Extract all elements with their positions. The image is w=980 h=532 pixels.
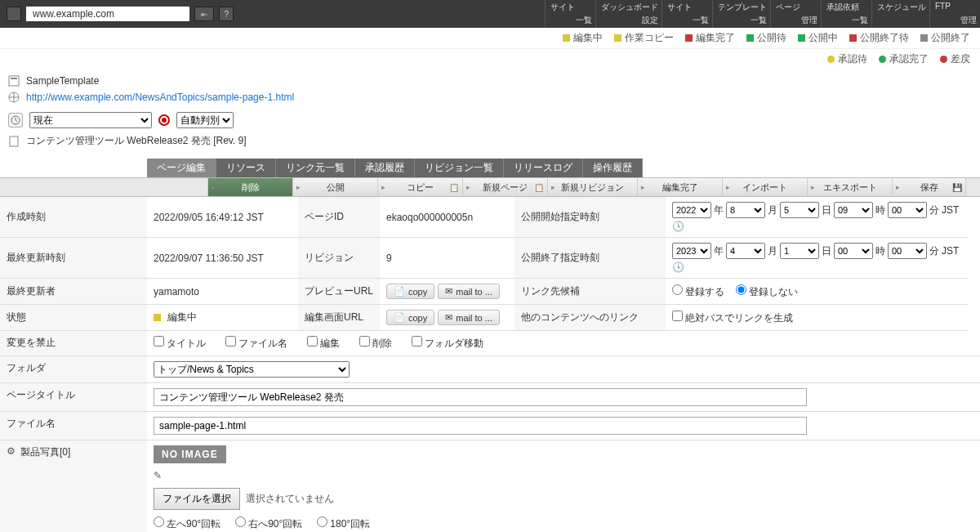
edit-complete-button[interactable]: ▸編集完了: [638, 178, 723, 196]
preview-mailto-button[interactable]: ✉mail to ...: [438, 284, 500, 299]
nav-approval[interactable]: 承認依頼一覧: [821, 0, 871, 28]
pubstart-min[interactable]: 00: [888, 202, 927, 218]
topbar-nav: サイト一覧 ダッシュボード設定 サイト一覧 テンプレート一覧 ページ管理 承認依…: [545, 0, 980, 28]
filename-input[interactable]: [154, 417, 807, 435]
pubend-hour[interactable]: 00: [834, 243, 873, 259]
nav-site-list[interactable]: サイト一覧: [545, 0, 595, 28]
lock-foldermove[interactable]: フォルダ移動: [412, 336, 483, 351]
nav-schedule[interactable]: スケジュール: [871, 0, 929, 28]
tab-resource[interactable]: リソース: [216, 159, 276, 177]
nav-template[interactable]: テンプレート一覧: [712, 0, 770, 28]
folder-row: フォルダ トップ/News & Topics: [0, 356, 980, 383]
mail-icon: ✉: [445, 286, 452, 297]
editurl-label: 編集画面URL: [298, 305, 380, 331]
pubstart-year[interactable]: 2022: [672, 202, 711, 218]
content-title-row: コンテンツ管理ツール WebRelease2 発売 [Rev. 9]: [8, 132, 972, 150]
export-button[interactable]: ▸エキスポート: [808, 178, 893, 196]
template-icon: [8, 75, 20, 87]
app-menu-icon[interactable]: [7, 7, 21, 21]
new-page-button[interactable]: ▸新規ページ📋: [463, 178, 548, 196]
preview-copy-button[interactable]: 📄copy: [386, 284, 434, 299]
lock-title[interactable]: タイトル: [154, 336, 206, 351]
page-url-row: http://www.example.com/NewsAndTopics/sam…: [8, 89, 972, 105]
state-label: 状態: [0, 305, 147, 331]
svg-rect-0: [9, 76, 19, 86]
status-legend-1: 編集中 作業コピー 編集完了 公開待 公開中 公開終了待 公開終了: [0, 28, 980, 49]
calendar-icon[interactable]: 🕓: [672, 262, 684, 273]
pubend-month[interactable]: 4: [726, 243, 765, 259]
time-button[interactable]: [8, 113, 23, 127]
nav-ftp[interactable]: FTP管理: [929, 0, 980, 28]
collapse-icon[interactable]: ⇤: [194, 7, 214, 21]
pubend-min[interactable]: 00: [888, 243, 927, 259]
filename-row: ファイル名: [0, 412, 980, 440]
editurl-actions: 📄copy ✉mail to ...: [380, 305, 514, 331]
pubstart-label: 公開開始指定時刻: [514, 197, 666, 238]
calendar-icon[interactable]: 🕓: [672, 221, 684, 232]
save-icon: 💾: [952, 183, 962, 192]
save-button[interactable]: ▸保存💾: [893, 178, 966, 196]
pubend-value: 2023年 4月 1日 00時 00分 JST 🕓: [666, 238, 968, 279]
linkcand-label: リンク先候補: [514, 279, 666, 305]
register-yes[interactable]: 登録する: [672, 284, 724, 299]
page-url-link[interactable]: http://www.example.com/NewsAndTopics/sam…: [26, 92, 294, 103]
filename-label: ファイル名: [0, 412, 147, 440]
tab-revision-list[interactable]: リビジョン一覧: [415, 159, 504, 177]
tab-release-log[interactable]: リリースログ: [504, 159, 583, 177]
lock-edit[interactable]: 編集: [307, 336, 340, 351]
property-grid: 作成時刻 2022/09/05 16:49:12 JST ページID ekaoq…: [0, 197, 980, 331]
folder-label: フォルダ: [0, 356, 147, 382]
tab-op-history[interactable]: 操作履歴: [583, 159, 643, 177]
pageid-value: ekaoqo000000005n: [380, 197, 514, 238]
status-legend-2: 承認待 承認完了 差戻: [0, 49, 980, 69]
pagetitle-input[interactable]: [154, 388, 807, 406]
revision-value: 9: [380, 238, 514, 279]
help-icon[interactable]: ?: [219, 7, 234, 21]
nav-dashboard[interactable]: ダッシュボード設定: [595, 0, 662, 28]
publish-button[interactable]: ▸公開: [293, 178, 378, 196]
folder-select[interactable]: トップ/News & Topics: [154, 361, 350, 378]
updater-value: yamamoto: [147, 279, 298, 305]
content-title: コンテンツ管理ツール WebRelease2 発売 [Rev. 9]: [26, 134, 247, 148]
pubstart-value: 2022年 8月 5日 09時 00分 JST 🕓: [666, 197, 968, 238]
delete-button[interactable]: ▸削除: [208, 178, 293, 196]
svg-rect-4: [10, 136, 18, 146]
abspath-check[interactable]: 絶対パスでリンクを生成: [672, 311, 793, 325]
pubstart-month[interactable]: 8: [726, 202, 765, 218]
pubstart-day[interactable]: 5: [780, 202, 819, 218]
register-no[interactable]: 登録しない: [736, 284, 798, 299]
clipboard-icon: 📋: [449, 183, 459, 192]
lock-label: 変更を禁止: [0, 331, 147, 355]
nav-site[interactable]: サイト一覧: [662, 0, 712, 28]
rotate-left[interactable]: 左へ90°回転: [154, 516, 220, 531]
nav-page[interactable]: ページ管理: [770, 0, 821, 28]
lock-delete[interactable]: 削除: [359, 336, 392, 351]
gear-icon[interactable]: ⚙: [7, 445, 16, 457]
tabs: ページ編集 リソース リンク元一覧 承認履歴 リビジョン一覧 リリースログ 操作…: [0, 159, 980, 177]
editurl-copy-button[interactable]: 📄copy: [386, 310, 434, 325]
created-value: 2022/09/05 16:49:12 JST: [147, 197, 298, 238]
pubend-year[interactable]: 2023: [672, 243, 711, 259]
rotate-180[interactable]: 180°回転: [317, 516, 370, 531]
edit-icon[interactable]: ✎: [154, 470, 162, 481]
pubstart-hour[interactable]: 09: [834, 202, 873, 218]
copy-icon: 📄: [394, 286, 405, 297]
lock-filename[interactable]: ファイル名: [225, 336, 287, 351]
editurl-mailto-button[interactable]: ✉mail to ...: [438, 310, 500, 325]
tab-approval-history[interactable]: 承認履歴: [355, 159, 415, 177]
pagetitle-label: ページタイトル: [0, 383, 147, 411]
globe-icon: [8, 92, 20, 103]
time-select[interactable]: 現在: [29, 112, 152, 128]
new-revision-button[interactable]: ▸新規リビジョン: [548, 178, 638, 196]
copy-button[interactable]: ▸コピー📋: [378, 178, 463, 196]
pubend-day[interactable]: 1: [780, 243, 819, 259]
otherlink-label: 他のコンテンツへのリンク: [514, 305, 666, 331]
tab-page-edit[interactable]: ページ編集: [147, 159, 216, 177]
detect-select[interactable]: 自動判別: [176, 112, 234, 128]
preview-label: プレビューURL: [298, 279, 380, 305]
tab-linkfrom[interactable]: リンク元一覧: [276, 159, 355, 177]
template-name: SampleTemplate: [26, 75, 99, 87]
rotate-right[interactable]: 右へ90°回転: [235, 516, 302, 531]
choose-file-button[interactable]: ファイルを選択: [154, 488, 240, 510]
import-button[interactable]: ▸インポート: [723, 178, 808, 196]
